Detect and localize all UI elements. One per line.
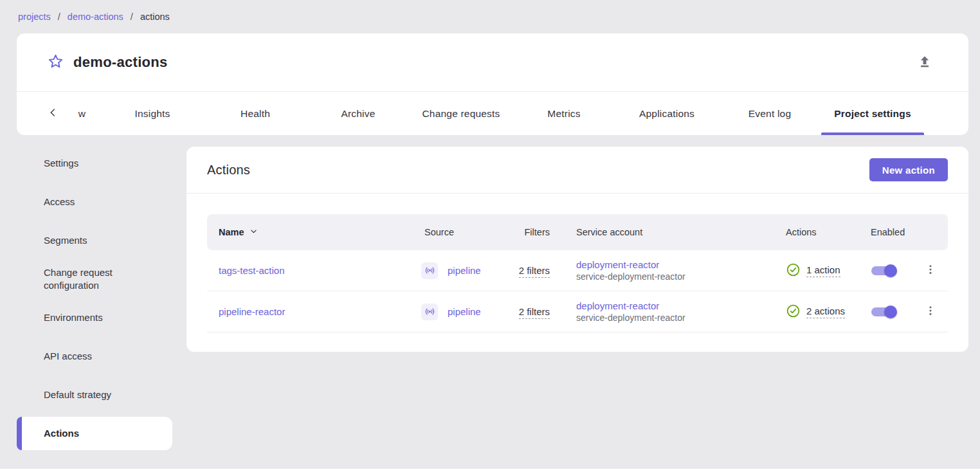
tab-health[interactable]: Health [204,92,307,135]
breadcrumb-projects[interactable]: projects [18,12,51,22]
kebab-menu-icon [923,304,938,320]
page-title: demo-actions [73,54,168,71]
page-background: projects / demo-actions / actions demo-a… [0,0,980,469]
project-header-card: demo-actions w Insights Health Archive C… [17,33,968,135]
filters-count[interactable]: 2 filters [519,306,550,319]
actions-count[interactable]: 1 action [806,264,840,277]
sidebar-item-api-access[interactable]: API access [17,340,172,373]
breadcrumb-separator: / [131,12,133,22]
signal-icon [421,262,438,279]
service-account-id: service-deployment-reactor [576,271,772,283]
column-header-actions: Actions [772,227,855,237]
tabs-scroll-left-button[interactable] [42,92,63,135]
source-link[interactable]: pipeline [448,265,481,276]
breadcrumb-demo-actions[interactable]: demo-actions [68,12,123,22]
settings-sidebar: Settings Access Segments Change request … [17,147,172,455]
active-item-indicator [17,417,22,450]
column-header-name[interactable]: Name [207,226,421,239]
breadcrumb: projects / demo-actions / actions [18,12,170,22]
star-icon [47,53,64,72]
export-button[interactable] [914,52,935,73]
enabled-toggle[interactable] [871,305,897,319]
tab-overview-partial[interactable]: w [63,92,101,135]
action-name-link[interactable]: pipeline-reactor [219,306,285,317]
tab-applications[interactable]: Applications [615,92,718,135]
actions-panel-header: Actions New action [186,147,968,194]
column-header-name-label: Name [219,227,244,237]
column-header-source: Source [421,227,508,237]
chevron-down-icon [248,226,259,239]
actions-count[interactable]: 2 actions [806,305,845,318]
enabled-toggle[interactable] [871,264,897,278]
column-header-service-account: Service account [562,227,772,237]
tab-project-settings-label: Project settings [834,108,911,120]
active-tab-indicator [821,132,924,135]
sidebar-item-actions-label: Actions [44,427,79,440]
kebab-menu-icon [923,262,938,278]
row-menu-button[interactable] [918,258,943,284]
project-header: demo-actions [17,33,968,91]
tab-project-settings[interactable]: Project settings [821,92,924,135]
sidebar-item-change-request-configuration[interactable]: Change request configuration [17,262,172,296]
toggle-thumb [884,264,897,277]
source-link[interactable]: pipeline [448,306,481,317]
action-name-link[interactable]: tags-test-action [219,265,285,276]
tab-event-log[interactable]: Event log [718,92,821,135]
service-account-link[interactable]: deployment-reactor [576,259,772,271]
toggle-thumb [884,305,897,318]
table-row: pipeline-reactor pipeline 2 filters depl… [207,291,948,333]
new-action-button[interactable]: New action [869,158,948,181]
sidebar-item-segments[interactable]: Segments [17,224,172,257]
filters-count[interactable]: 2 filters [519,265,550,278]
service-account-id: service-deployment-reactor [576,312,772,324]
breadcrumb-separator: / [58,12,60,22]
chevron-left-icon [46,105,60,122]
sidebar-item-settings[interactable]: Settings [17,147,172,180]
sidebar-item-access[interactable]: Access [17,185,172,219]
actions-panel: Actions New action Name Source Filters S… [186,147,968,352]
tab-change-requests[interactable]: Change requests [410,92,513,135]
breadcrumb-actions: actions [140,12,170,22]
panel-title: Actions [207,163,250,178]
column-header-filters: Filters [508,227,562,237]
tab-archive[interactable]: Archive [307,92,410,135]
sidebar-item-environments[interactable]: Environments [17,301,172,334]
column-header-enabled: Enabled [855,227,913,237]
favorite-button[interactable] [45,52,66,73]
check-circle-icon [786,304,801,320]
upload-icon [917,54,932,71]
table-header-row: Name Source Filters Service account Acti… [207,214,948,250]
signal-icon [421,304,438,320]
project-tabs: w Insights Health Archive Change request… [17,91,968,135]
sidebar-item-actions[interactable]: Actions [17,417,172,450]
tab-metrics[interactable]: Metrics [513,92,615,135]
actions-table: Name Source Filters Service account Acti… [207,214,948,333]
sidebar-item-default-strategy[interactable]: Default strategy [17,378,172,412]
table-row: tags-test-action pipeline 2 filters depl… [207,250,948,291]
service-account-link[interactable]: deployment-reactor [576,300,772,312]
row-menu-button[interactable] [918,299,943,325]
tab-insights[interactable]: Insights [101,92,204,135]
check-circle-icon [786,262,801,279]
